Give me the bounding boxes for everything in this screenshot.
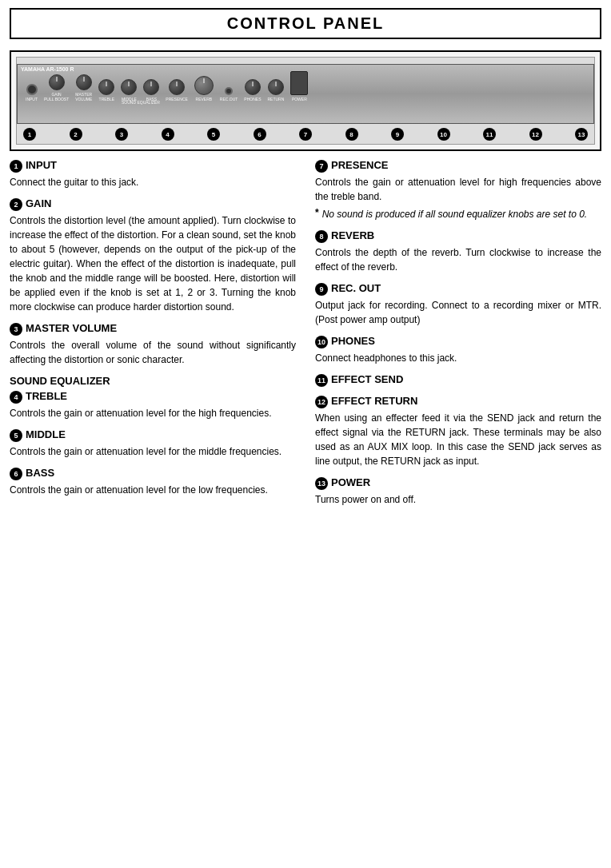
num-badge-5: 5: [10, 429, 22, 442]
section-middle: 5 MIDDLE Controls the gain or attenuatio…: [10, 428, 296, 459]
page-title: CONTROL PANEL: [11, 14, 600, 33]
section-effect-send-title: EFFECT SEND: [331, 373, 403, 385]
section-gain: 2 GAIN Controls the distortion level (th…: [10, 197, 296, 314]
section-effect-return-header: 12 EFFECT RETURN: [315, 395, 601, 408]
num-badge-11: 11: [315, 374, 328, 387]
num-badge-12: 12: [315, 396, 328, 408]
num-5: 5: [207, 128, 220, 141]
num-badge-3: 3: [10, 323, 22, 336]
power-group: POWER: [290, 71, 308, 102]
section-middle-title: MIDDLE: [26, 428, 66, 440]
input-knob-group: INPUT: [26, 84, 38, 102]
num-badge-10: 10: [315, 336, 328, 348]
section-phones-header: 10 PHONES: [315, 335, 601, 348]
section-bass-title: BASS: [26, 467, 54, 479]
section-presence: 7 PRESENCE Controls the gain or attenuat…: [315, 159, 601, 221]
treble-knob: [98, 79, 114, 95]
section-effect-return: 12 EFFECT RETURN When using an effecter …: [315, 395, 601, 468]
num-12: 12: [529, 128, 542, 141]
section-rec-out-header: 9 REC. OUT: [315, 282, 601, 296]
bass-knob: [143, 79, 159, 95]
num-badge-9: 9: [315, 283, 328, 296]
num-1: 1: [23, 128, 36, 141]
num-2: 2: [70, 128, 82, 141]
section-phones-title: PHONES: [331, 335, 375, 347]
panel-image: YAMAHA AR-1500 R INPUT GAINPULL BOOST MA…: [16, 57, 595, 145]
section-master-volume-title: MASTER VOLUME: [26, 322, 117, 334]
num-10: 10: [437, 128, 450, 141]
section-effect-send-header: 11 EFFECT SEND: [315, 373, 601, 387]
section-effect-return-title: EFFECT RETURN: [331, 395, 417, 407]
num-8: 8: [345, 128, 358, 141]
section-presence-body: Controls the gain or attenuation level f…: [315, 175, 601, 204]
num-6: 6: [254, 128, 266, 141]
section-middle-body: Controls the gain or attenuation level f…: [10, 444, 296, 459]
section-reverb-body: Controls the depth of the reverb. Turn c…: [315, 245, 601, 274]
rec-out-jack: [225, 87, 233, 95]
section-master-volume: 3 MASTER VOLUME Controls the overall vol…: [10, 322, 296, 367]
section-master-volume-body: Controls the overall volume of the sound…: [10, 338, 296, 367]
power-switch: [290, 71, 308, 95]
section-input-body: Connect the guitar to this jack.: [10, 175, 296, 189]
num-badge-6: 6: [10, 468, 22, 480]
section-rec-out-body: Output jack for recording. Connect to a …: [315, 298, 601, 327]
presence-note: No sound is produced if all sound equali…: [322, 207, 588, 221]
section-gain-title: GAIN: [26, 197, 52, 209]
section-presence-header: 7 PRESENCE: [315, 159, 601, 173]
master-volume-knob: [76, 74, 92, 90]
section-input: 1 INPUT Connect the guitar to this jack.: [10, 159, 296, 189]
section-middle-header: 5 MIDDLE: [10, 428, 296, 442]
num-3: 3: [115, 128, 128, 141]
bass-knob-group: BASS: [143, 79, 159, 102]
section-master-volume-header: 3 MASTER VOLUME: [10, 322, 296, 336]
section-phones-body: Connect headphones to this jack.: [315, 351, 601, 365]
treble-knob-group: TREBLE: [98, 79, 114, 102]
phones-knob: [245, 79, 261, 95]
section-input-title: INPUT: [26, 159, 57, 171]
gain-knob: [49, 74, 65, 90]
middle-knob-group: MIDDLE: [121, 79, 137, 102]
section-phones: 10 PHONES Connect headphones to this jac…: [315, 335, 601, 365]
rec-out-group: REC.OUT: [220, 87, 238, 102]
section-gain-header: 2 GAIN: [10, 197, 296, 211]
section-reverb-title: REVERB: [331, 229, 374, 241]
left-column: 1 INPUT Connect the guitar to this jack.…: [10, 159, 309, 515]
input-jack: [26, 84, 38, 95]
num-badge-8: 8: [315, 230, 328, 243]
content-area: 1 INPUT Connect the guitar to this jack.…: [10, 159, 601, 515]
section-bass-header: 6 BASS: [10, 467, 296, 480]
num-9: 9: [391, 128, 404, 141]
section-treble-body: Controls the gain or attenuation level f…: [10, 406, 296, 420]
section-effect-return-body: When using an effecter feed it via the S…: [315, 411, 601, 468]
right-column: 7 PRESENCE Controls the gain or attenuat…: [309, 159, 601, 515]
amp-panel: YAMAHA AR-1500 R INPUT GAINPULL BOOST MA…: [17, 64, 594, 124]
num-badge-2: 2: [10, 198, 22, 211]
presence-knob: [169, 79, 185, 95]
number-row: 1 2 3 4 5 6 7 8 9 10 11 12 13: [17, 125, 594, 142]
num-13: 13: [575, 128, 588, 141]
presence-note-container: * No sound is produced if all sound equa…: [315, 207, 601, 221]
num-badge-4: 4: [10, 391, 22, 404]
section-bass-body: Controls the gain or attenuation level f…: [10, 483, 296, 497]
note-asterisk: *: [315, 207, 319, 221]
section-presence-title: PRESENCE: [331, 159, 389, 171]
num-badge-7: 7: [315, 160, 328, 173]
section-effect-send: 11 EFFECT SEND: [315, 373, 601, 387]
panel-image-container: YAMAHA AR-1500 R INPUT GAINPULL BOOST MA…: [10, 50, 601, 151]
gain-knob-group: GAINPULL BOOST: [44, 74, 69, 102]
section-power-body: Turns power on and off.: [315, 492, 601, 507]
sound-equalizer-header: SOUND EQUALIZER: [10, 375, 296, 387]
presence-knob-group: PRESENCE: [166, 79, 188, 102]
section-input-header: 1 INPUT: [10, 159, 296, 173]
section-rec-out: 9 REC. OUT Output jack for recording. Co…: [315, 282, 601, 327]
section-bass: 6 BASS Controls the gain or attenuation …: [10, 467, 296, 497]
phones-group: PHONES: [244, 79, 261, 102]
section-treble-title: TREBLE: [26, 390, 67, 402]
num-4: 4: [162, 128, 174, 141]
reverb-knob: [194, 76, 214, 95]
num-11: 11: [483, 128, 496, 141]
num-badge-13: 13: [315, 477, 328, 490]
num-7: 7: [299, 128, 312, 141]
section-reverb: 8 REVERB Controls the depth of the rever…: [315, 229, 601, 274]
return-knob: [268, 79, 284, 95]
